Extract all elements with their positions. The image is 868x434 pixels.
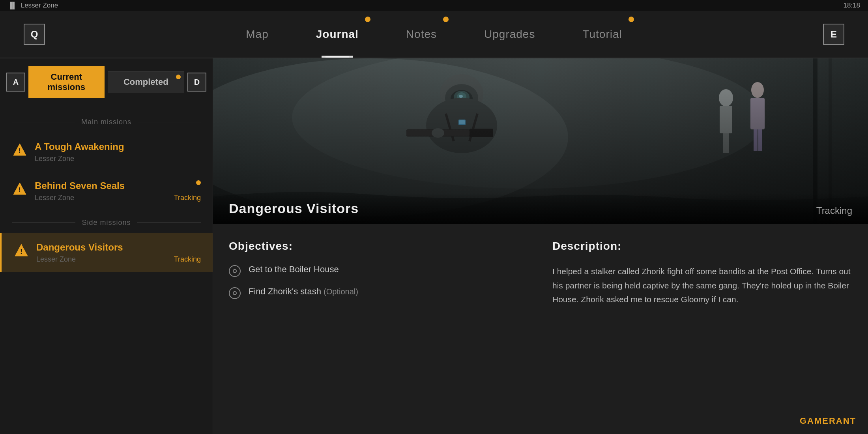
mission-tabs: A Current missions Completed D (0, 58, 213, 106)
details-area: Objectives: Get to the Boiler House Find… (213, 224, 868, 434)
signal-icon: ▐▌ (8, 2, 17, 9)
behind-seals-dot (196, 180, 201, 185)
objective-2: Find Zhorik's stash (Optional) (229, 286, 529, 299)
notes-dot (443, 17, 449, 22)
journal-dot (365, 17, 370, 22)
objective-text-1: Get to the Boiler House (249, 264, 339, 275)
completed-tab[interactable]: Completed (108, 71, 185, 93)
current-missions-tab[interactable]: Current missions (28, 66, 105, 98)
dangerous-visitors-tracking: Tracking (174, 255, 201, 264)
objectives-panel: Objectives: Get to the Boiler House Find… (229, 240, 529, 418)
objectives-title: Objectives: (229, 240, 529, 253)
description-title: Description: (552, 240, 852, 253)
nav-bar: Q Map Journal Notes Upgrades Tutorial E (0, 11, 868, 58)
mission-icon-main: ! (12, 142, 28, 158)
side-missions-section: Side missions (0, 219, 213, 233)
mission-list: Main missions ! A Tough Awakening Lesser… (0, 106, 213, 434)
tab-key-d[interactable]: D (187, 73, 206, 92)
top-bar-left: ▐▌ Lesser Zone (8, 2, 58, 9)
banner-title-bar: Dangerous Visitors Tracking (213, 193, 868, 224)
description-text: I helped a stalker called Zhorik fight o… (552, 264, 852, 307)
clock: 18:18 (843, 2, 860, 9)
svg-text:!: ! (19, 148, 21, 154)
tab-notes[interactable]: Notes (382, 11, 460, 58)
active-indicator (322, 56, 353, 58)
behind-seals-tracking: Tracking (174, 194, 201, 202)
tutorial-dot (629, 17, 634, 22)
tab-map[interactable]: Map (222, 11, 292, 58)
mission-icon-side: ! (13, 243, 29, 258)
mission-item-tough-awakening[interactable]: ! A Tough Awakening Lesser Zone (0, 133, 213, 172)
objective-text-2: Find Zhorik's stash (Optional) (249, 286, 358, 297)
nav-key-q[interactable]: Q (24, 24, 45, 45)
tab-tutorial[interactable]: Tutorial (559, 11, 645, 58)
optional-label: (Optional) (324, 287, 358, 296)
mission-banner: Dangerous Visitors Tracking (213, 58, 868, 224)
mission-info: A Tough Awakening Lesser Zone (35, 141, 201, 163)
tab-key-a[interactable]: A (6, 73, 25, 92)
objective-icon-2 (229, 287, 241, 299)
objective-1: Get to the Boiler House (229, 264, 529, 277)
description-panel: Description: I helped a stalker called Z… (552, 240, 852, 418)
nav-key-e[interactable]: E (823, 24, 844, 45)
main-missions-section: Main missions (0, 118, 213, 133)
top-bar: ▐▌ Lesser Zone 18:18 (0, 0, 868, 11)
completed-dot (176, 75, 181, 79)
banner-tracking-label: Tracking (816, 205, 852, 216)
zone-label: Lesser Zone (21, 2, 58, 9)
svg-text:!: ! (20, 248, 22, 255)
content-panel: Dangerous Visitors Tracking Objectives: … (213, 58, 868, 434)
mission-item-behind-seven-seals[interactable]: ! Behind Seven Seals Lesser Zone Trackin… (0, 172, 213, 211)
sidebar: A Current missions Completed D Main miss… (0, 58, 213, 434)
watermark: GAMERANT (800, 416, 856, 426)
nav-tabs: Map Journal Notes Upgrades Tutorial (222, 11, 646, 58)
mission-icon-main2: ! (12, 181, 28, 197)
main-content: A Current missions Completed D Main miss… (0, 58, 868, 434)
objective-icon-1 (229, 265, 241, 277)
mission-item-dangerous-visitors[interactable]: ! Dangerous Visitors Lesser Zone Trackin… (0, 233, 213, 272)
tab-journal[interactable]: Journal (292, 11, 382, 58)
banner-mission-title: Dangerous Visitors (229, 201, 359, 216)
svg-text:!: ! (19, 187, 21, 193)
tab-upgrades[interactable]: Upgrades (460, 11, 559, 58)
